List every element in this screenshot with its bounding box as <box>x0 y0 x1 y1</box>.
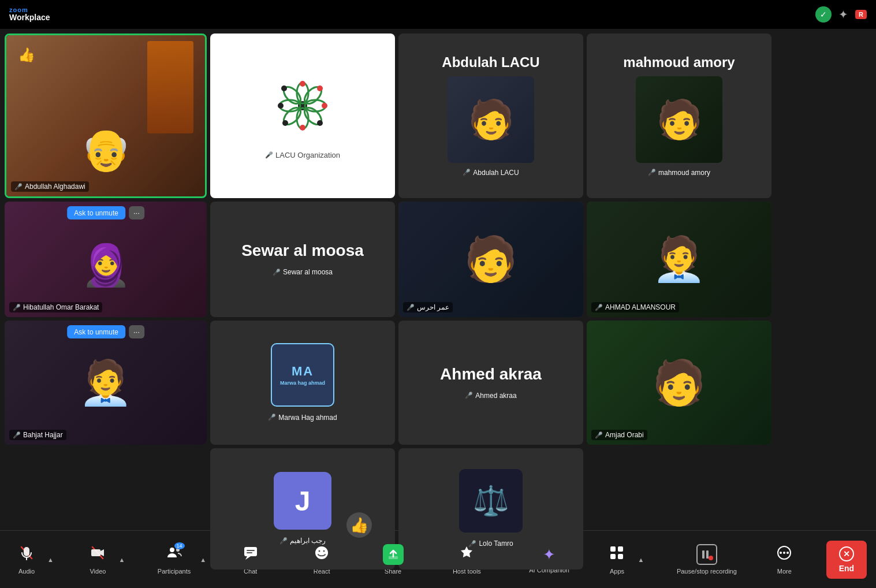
svg-rect-37 <box>702 550 704 559</box>
end-button[interactable]: ✕ End <box>826 541 867 579</box>
audio-chevron[interactable]: ▲ <box>45 553 56 567</box>
mute-icon-hibatullah: 🎤 <box>13 304 21 311</box>
big-name-ahmed-akraa: Ahmed akraa <box>440 365 542 384</box>
tile-marwa-hag: MA Marwa hag ahmad 🎤 Marwa Hag ahmad <box>210 321 395 445</box>
svg-point-16 <box>317 120 323 126</box>
overlay-controls-hibatullah: Ask to unmute ··· <box>67 206 144 219</box>
svg-point-10 <box>322 103 327 109</box>
participants-button[interactable]: 14 Participants <box>152 541 196 578</box>
tile-sewar-al-moosa: Sewar al moosa 🎤 Sewar al moosa <box>210 202 395 317</box>
participants-chevron[interactable]: ▲ <box>197 553 208 567</box>
letter-avatar-j: J <box>274 472 331 530</box>
video-icon <box>90 545 106 565</box>
big-name-abdulah-lacu: Abdulah LACU <box>442 54 539 70</box>
lacu-logo-svg <box>268 71 337 140</box>
tile-ahmad-almansour: 🧑‍💼 🎤 AHMAD ALMANSOUR <box>587 202 771 317</box>
more-icon <box>776 545 792 565</box>
more-button[interactable]: More <box>767 541 802 578</box>
header: zoom Workplace ✓ ✦ R <box>0 0 876 29</box>
reaction-thumbs-up-bottom: 👍 <box>346 512 372 538</box>
svg-rect-25 <box>244 547 257 556</box>
photo-mahmoud: 🧑 <box>636 76 722 163</box>
apps-chevron[interactable]: ▲ <box>635 553 646 567</box>
more-label: More <box>777 568 792 575</box>
name-label-omar: 🎤 عمر احرس <box>403 302 453 312</box>
overlay-controls-bahjat: Ask to unmute ··· <box>67 325 144 338</box>
end-label: End <box>839 564 854 573</box>
mute-icon-lacu: 🎤 <box>265 151 273 159</box>
video-feed-abdullah: 👴 <box>6 35 205 196</box>
svg-marker-22 <box>100 549 104 556</box>
name-label-lacu: 🎤 LACU Organization <box>262 150 344 161</box>
audio-label: Audio <box>18 568 35 575</box>
svg-rect-34 <box>618 546 623 552</box>
share-icon-inner <box>383 544 404 565</box>
name-label-amjad: 🎤 Amjad Orabi <box>591 430 647 440</box>
name-label-hibatullah: 🎤 Hibatullah Omar Barakat <box>9 302 102 312</box>
apps-group: Apps ▲ <box>599 541 646 578</box>
video-label: Video <box>90 568 106 575</box>
name-label-ahmad: 🎤 AHMAD ALMANSOUR <box>591 302 679 312</box>
mute-icon-ahmad: 🎤 <box>595 304 603 311</box>
header-controls: ✓ ✦ R <box>815 6 867 23</box>
name-label-bahjat: 🎤 Bahjat Hajjar <box>9 430 66 440</box>
mute-icon-amjad: 🎤 <box>595 431 603 439</box>
ask-unmute-btn-bahjat[interactable]: Ask to unmute <box>67 325 125 338</box>
apps-label: Apps <box>610 568 624 575</box>
ma-avatar: MA Marwa hag ahmad <box>271 343 334 407</box>
svg-rect-35 <box>610 554 616 559</box>
name-label-abdulah-lacu: 🎤 Abdulah LACU <box>459 168 522 178</box>
more-group: More <box>767 541 802 578</box>
audio-group: Audio ▲ <box>9 541 56 578</box>
svg-point-12 <box>278 103 284 109</box>
pause-rec-group: Pause/stop recording <box>671 541 743 578</box>
share-icon <box>383 544 404 565</box>
mute-icon-sewar: 🎤 <box>273 269 281 276</box>
svg-point-14 <box>282 120 288 126</box>
svg-point-23 <box>170 548 174 552</box>
react-icon <box>314 545 330 565</box>
svg-point-31 <box>323 550 325 552</box>
security-icon[interactable]: ✓ <box>815 6 832 23</box>
pause-rec-box <box>696 544 717 565</box>
audio-button[interactable]: Audio <box>9 541 44 578</box>
svg-point-39 <box>709 556 713 560</box>
tile-abdullah-alghadawi: 👴 👍 🎤 Abdullah Alghadawi <box>5 34 207 198</box>
photo-abdulah-lacu: 🧑 <box>448 76 534 163</box>
video-feed-amjad: 🧑 <box>587 321 771 445</box>
svg-point-41 <box>780 552 782 554</box>
video-feed-omar: 🧑 <box>398 202 583 317</box>
mute-icon-rajab: 🎤 <box>279 537 288 545</box>
apps-button[interactable]: Apps <box>599 541 634 578</box>
workplace-brand: Workplace <box>9 13 50 22</box>
name-label-sewar: 🎤 Sewar al moosa <box>269 267 336 277</box>
pause-rec-button[interactable]: Pause/stop recording <box>671 541 743 578</box>
ai-companion-icon: ✦ <box>543 546 556 564</box>
big-name-sewar: Sewar al moosa <box>241 241 364 260</box>
participants-icon: 14 <box>166 545 182 565</box>
video-button[interactable]: Video <box>80 541 115 578</box>
participant-grid: 👴 👍 🎤 Abdullah Alghadawi <box>0 29 876 530</box>
tile-bahjat-hajjar: Ask to unmute ··· 🧑‍💼 🎤 Bahjat Hajjar <box>5 321 207 445</box>
svg-point-13 <box>281 85 287 91</box>
participants-count-badge: 14 <box>174 542 185 549</box>
svg-point-29 <box>315 546 328 559</box>
name-label-mahmoud: 🎤 mahmoud amory <box>644 168 714 178</box>
svg-marker-26 <box>245 556 251 560</box>
pause-rec-label: Pause/stop recording <box>677 568 737 575</box>
video-chevron[interactable]: ▲ <box>116 553 127 567</box>
svg-point-15 <box>317 85 323 91</box>
big-name-mahmoud: mahmoud amory <box>623 54 735 70</box>
ask-unmute-btn-hibatullah[interactable]: Ask to unmute <box>67 206 125 219</box>
mute-icon-abdulah: 🎤 <box>463 169 471 176</box>
more-btn-hibatullah[interactable]: ··· <box>129 206 144 219</box>
ai-sparkle-icon[interactable]: ✦ <box>838 8 848 21</box>
reaction-thumbs-up-top: 👍 <box>18 47 35 63</box>
svg-rect-32 <box>389 556 398 559</box>
more-btn-bahjat[interactable]: ··· <box>129 325 144 338</box>
svg-point-9 <box>300 81 305 87</box>
svg-point-11 <box>300 125 305 131</box>
svg-rect-36 <box>618 554 623 559</box>
name-label-ahmed-akraa: 🎤 Ahmed akraa <box>461 390 520 401</box>
audio-icon <box>18 545 35 565</box>
